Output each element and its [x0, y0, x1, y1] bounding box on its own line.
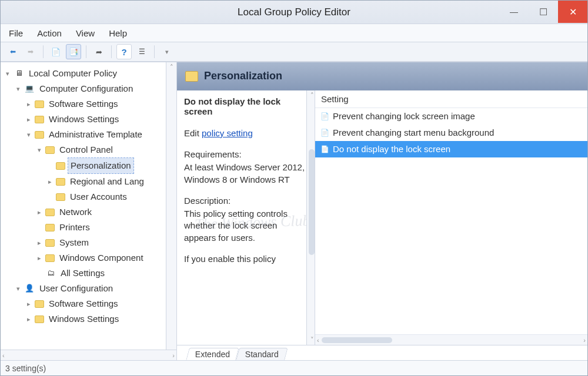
forward-icon[interactable]: [23, 44, 38, 59]
twisty-icon[interactable]: [25, 96, 32, 112]
twisty-icon[interactable]: [36, 235, 43, 250]
menu-view[interactable]: View: [76, 28, 95, 38]
folder-icon: [45, 254, 55, 262]
description-scrollbar[interactable]: ˄ ˅: [306, 90, 315, 345]
tree-user-configuration[interactable]: User Configuration: [15, 281, 176, 296]
scroll-down-icon[interactable]: ˅: [310, 336, 314, 344]
minimize-button[interactable]: [499, 1, 529, 23]
help-icon[interactable]: [116, 44, 132, 59]
tree-regional-language[interactable]: Regional and Lang: [46, 174, 176, 189]
tree-system[interactable]: System: [36, 235, 176, 250]
scroll-left-icon[interactable]: ‹: [2, 352, 5, 359]
policy-icon: [320, 112, 329, 121]
section-header: Personalization: [177, 62, 587, 90]
twisty-icon[interactable]: [15, 281, 22, 296]
scroll-up-icon[interactable]: ˄: [310, 92, 314, 99]
tree-label: Control Panel: [57, 142, 115, 157]
scroll-up-icon[interactable]: ˄: [170, 63, 173, 71]
folder-icon: [45, 239, 55, 247]
menu-action[interactable]: Action: [37, 28, 62, 38]
tab-standard[interactable]: Standard: [236, 348, 288, 360]
tree-label: User Configuration: [37, 281, 115, 296]
tree-administrative-templates[interactable]: Administrative Template: [25, 127, 176, 142]
tree-windows-components[interactable]: Windows Component: [36, 250, 176, 266]
show-hide-tree-icon[interactable]: [66, 44, 81, 59]
scrollbar-thumb[interactable]: [322, 337, 392, 343]
tree-personalization[interactable]: Personalization: [46, 157, 176, 174]
settings-list-pane: Setting Prevent changing lock screen ima…: [315, 90, 587, 345]
requirements-heading: Requirements:: [184, 149, 308, 160]
scroll-left-icon[interactable]: ‹: [317, 337, 319, 344]
tree-windows-settings[interactable]: Windows Settings: [25, 112, 176, 127]
folder-icon: [185, 71, 198, 82]
tree-all-settings[interactable]: All Settings: [36, 266, 176, 281]
twisty-icon[interactable]: [25, 112, 32, 127]
scrollbar-thumb[interactable]: [309, 149, 315, 255]
twisty-icon[interactable]: [25, 311, 32, 327]
list-item[interactable]: Do not display the lock screen: [315, 141, 587, 157]
menu-help[interactable]: Help: [109, 28, 127, 38]
separator: [154, 45, 155, 58]
tree-horizontal-scrollbar[interactable]: ‹›: [1, 350, 176, 360]
up-level-icon[interactable]: [48, 44, 64, 59]
column-header-setting[interactable]: Setting: [315, 90, 587, 108]
edit-policy-link[interactable]: policy setting: [202, 128, 253, 138]
settings-list[interactable]: Prevent changing lock screen image Preve…: [315, 108, 587, 334]
policy-tree[interactable]: Local Computer Policy Computer Configura…: [1, 62, 176, 350]
tree-uc-software-settings[interactable]: Software Settings: [25, 296, 176, 311]
description-text: This policy setting controls whether the…: [184, 208, 308, 244]
folder-icon: [35, 131, 44, 139]
tree-label: Windows Settings: [46, 112, 121, 127]
tree-label: Regional and Lang: [68, 174, 146, 189]
twisty-icon[interactable]: [4, 66, 11, 81]
twisty-icon[interactable]: [25, 296, 32, 311]
twisty-icon[interactable]: [36, 250, 43, 266]
policy-icon: [320, 145, 329, 154]
properties-icon[interactable]: [134, 44, 149, 59]
titlebar[interactable]: Local Group Policy Editor: [1, 1, 587, 24]
folder-icon: [56, 178, 65, 186]
twisty-icon[interactable]: [36, 142, 43, 157]
scroll-right-icon[interactable]: ›: [172, 352, 175, 359]
tree-root[interactable]: Local Computer Policy: [4, 66, 176, 81]
separator: [43, 45, 44, 58]
tree-uc-windows-settings[interactable]: Windows Settings: [25, 311, 176, 327]
filter-icon[interactable]: [159, 44, 175, 59]
twisty-icon[interactable]: [25, 127, 32, 142]
body: Local Computer Policy Computer Configura…: [1, 62, 587, 360]
description-block: Description: This policy setting control…: [184, 195, 308, 244]
scroll-right-icon[interactable]: ›: [583, 337, 586, 344]
list-item[interactable]: Prevent changing lock screen image: [315, 108, 587, 125]
tree-network[interactable]: Network: [36, 204, 176, 220]
tree-computer-configuration[interactable]: Computer Configuration: [15, 81, 176, 96]
tree-software-settings[interactable]: Software Settings: [25, 96, 176, 112]
tree-label: System: [57, 235, 91, 250]
menubar: File Action View Help: [1, 24, 587, 42]
twisty-icon[interactable]: [36, 204, 43, 220]
twisty-icon[interactable]: [46, 174, 54, 189]
list-horizontal-scrollbar[interactable]: ‹ ›: [315, 334, 587, 345]
tab-extended[interactable]: Extended: [186, 348, 239, 360]
tree-vertical-scrollbar[interactable]: ˄: [166, 62, 176, 350]
list-item-label: Do not display the lock screen: [333, 142, 450, 156]
folder-icon: [35, 100, 44, 108]
all-settings-icon: [45, 268, 56, 278]
tree-label: Windows Component: [57, 250, 146, 266]
tree-printers[interactable]: Printers: [36, 220, 176, 235]
close-button[interactable]: [558, 1, 587, 23]
export-icon[interactable]: [91, 44, 106, 59]
twisty-icon[interactable]: [15, 81, 22, 96]
tree-label: Computer Configuration: [37, 81, 135, 96]
tree-label: Administrative Template: [46, 127, 145, 142]
folder-icon: [45, 146, 55, 154]
maximize-button[interactable]: [529, 1, 558, 23]
menu-file[interactable]: File: [9, 28, 23, 38]
back-icon[interactable]: [5, 44, 21, 59]
tree-user-accounts[interactable]: User Accounts: [46, 189, 176, 204]
gpedit-window: Local Group Policy Editor File Action Vi…: [0, 0, 588, 376]
requirements-block: Requirements: At least Windows Server 20…: [184, 149, 308, 186]
list-item[interactable]: Prevent changing start menu background: [315, 125, 587, 141]
right-body: Do not display the lock screen Edit poli…: [177, 90, 587, 345]
tree-control-panel[interactable]: Control Panel: [36, 142, 176, 157]
edit-prefix: Edit: [184, 128, 202, 138]
